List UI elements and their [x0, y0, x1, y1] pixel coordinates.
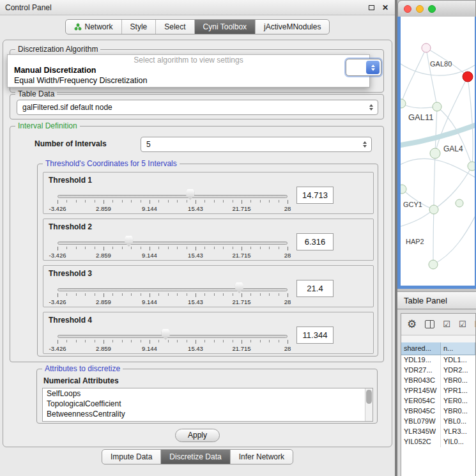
list-scrollbar-thumb[interactable]	[366, 390, 372, 404]
threshold-slider[interactable]: -3.4262.8599.14415.4321.71528	[58, 280, 288, 307]
popup-item-equal-width-frequency[interactable]: Equal Width/Frequency Discretization	[8, 76, 369, 86]
apply-button[interactable]: Apply	[175, 429, 220, 442]
table-cell[interactable]: YIL052C	[401, 437, 441, 447]
network-node-label: GAL80	[430, 60, 452, 68]
threshold-value-field[interactable]: 11.344	[296, 326, 334, 344]
tab-label: Impute Data	[111, 452, 152, 461]
table-row[interactable]: YBR045CYBR0...	[401, 406, 475, 417]
tab-cyni-toolbox[interactable]: Cyni Toolbox	[195, 20, 256, 34]
columns-icon[interactable]	[425, 320, 434, 328]
tab-infer-network[interactable]: Infer Network	[231, 450, 293, 464]
close-button[interactable]: ✕	[381, 3, 390, 12]
slider-thumb[interactable]	[186, 189, 194, 200]
slider-track[interactable]	[58, 242, 288, 245]
slider-tick	[223, 247, 224, 249]
checkbox-icon[interactable]: ☑	[475, 320, 475, 328]
slider-thumb[interactable]	[235, 282, 243, 293]
tab-network[interactable]: Network	[66, 20, 122, 34]
network-node[interactable]	[468, 162, 475, 171]
table-cell[interactable]: YER054C	[401, 396, 441, 406]
slider-thumb[interactable]	[162, 329, 170, 340]
table-cell[interactable]: YBR0...	[441, 406, 475, 417]
column-header-name[interactable]: n...	[441, 342, 475, 355]
table-row[interactable]: YLR345WYLR3...	[401, 427, 475, 437]
table-row[interactable]: YBL079WYBL0...	[401, 417, 475, 427]
network-node[interactable]	[401, 185, 406, 194]
table-cell[interactable]: YBR0...	[441, 376, 475, 386]
tab-impute-data[interactable]: Impute Data	[102, 450, 161, 464]
table-data-combobox[interactable]: galFiltered.sif default node	[17, 100, 378, 115]
zoom-traffic-light[interactable]	[428, 5, 436, 13]
slider-tick	[122, 293, 123, 296]
slider-tick	[66, 340, 67, 342]
network-node[interactable]	[430, 148, 440, 158]
slider-tick	[269, 293, 270, 296]
slider-scale-label: 9.144	[142, 205, 157, 212]
algorithm-combobox[interactable]	[346, 59, 381, 76]
table-cell[interactable]: YBR045C	[401, 406, 441, 417]
table-cell[interactable]: YER0...	[441, 396, 475, 406]
threshold-slider[interactable]: -3.4262.8599.14415.4321.71528	[58, 187, 288, 213]
undock-button[interactable]	[367, 3, 376, 12]
table-cell[interactable]: YLR345W	[401, 427, 441, 437]
network-node[interactable]	[422, 43, 431, 52]
checkbox-icon[interactable]: ☑	[443, 320, 450, 328]
thresholds-group-title: Threshold's Coordinates for 5 Intervals	[43, 159, 180, 168]
top-tabs-segmented: Network Style Select Cyni Toolbox	[65, 19, 330, 35]
slider-track[interactable]	[58, 288, 288, 291]
network-node[interactable]	[429, 260, 438, 269]
tab-label: Infer Network	[239, 452, 284, 461]
table-cell[interactable]: YDL19...	[401, 355, 441, 365]
num-intervals-spinner[interactable]: 5	[141, 137, 372, 152]
slider-tick	[279, 293, 279, 296]
table-cell[interactable]: YLR3...	[441, 427, 475, 437]
network-node[interactable]	[456, 199, 463, 207]
network-node[interactable]	[401, 99, 406, 108]
table-row[interactable]: YPR145WYPR1...	[401, 386, 475, 396]
table-cell[interactable]: YPR145W	[401, 386, 441, 396]
minimize-traffic-light[interactable]	[416, 5, 424, 13]
close-traffic-light[interactable]	[404, 5, 411, 13]
table-cell[interactable]: YDR2...	[441, 365, 475, 376]
slider-scale: -3.4262.8599.14415.4321.71528	[58, 252, 288, 259]
table-row[interactable]: YDL19...YDL1...	[401, 355, 475, 365]
checkbox-icon[interactable]: ☑	[459, 320, 466, 328]
threshold-slider[interactable]: -3.4262.8599.14415.4321.71528	[58, 233, 288, 260]
network-node[interactable]	[433, 102, 441, 111]
table-cell[interactable]: YBR043C	[401, 376, 441, 386]
table-cell[interactable]: YBL079W	[401, 417, 441, 427]
table-row[interactable]: YDR27...YDR2...	[401, 365, 475, 376]
table-row[interactable]: YIL052CYIL0...	[401, 437, 475, 447]
threshold-slider[interactable]: -3.4262.8599.14415.4321.71528	[58, 326, 288, 353]
network-edge	[433, 210, 475, 265]
list-scrollbar[interactable]	[365, 388, 372, 421]
network-node[interactable]	[463, 72, 473, 82]
table-cell[interactable]: YPR1...	[441, 386, 475, 396]
threshold-value-field[interactable]: 14.713	[296, 187, 334, 204]
table-cell[interactable]: YBL0...	[441, 417, 475, 427]
gear-icon[interactable]: ⚙	[407, 319, 417, 330]
table-row[interactable]: YBR043CYBR0...	[401, 376, 475, 386]
network-node[interactable]	[429, 205, 438, 214]
column-header-shared-name[interactable]: shared...	[401, 342, 441, 355]
network-canvas[interactable]: GAL80GAL11GAL4GCY1HAP2	[397, 17, 476, 289]
popup-item-manual-discretization[interactable]: Manual Discretization	[8, 66, 369, 76]
threshold-value-field[interactable]: 21.4	[296, 280, 334, 297]
tab-style[interactable]: Style	[122, 20, 157, 34]
table-cell[interactable]: YDR27...	[401, 365, 441, 376]
slider-scale-label: 15.43	[188, 298, 203, 305]
tab-jactivemnodules[interactable]: jActiveMNodules	[256, 20, 329, 34]
table-cell[interactable]: YIL0...	[441, 437, 475, 447]
list-item[interactable]: SelfLoops	[43, 388, 372, 399]
tab-select[interactable]: Select	[156, 20, 194, 34]
table-row[interactable]: YER054CYER0...	[401, 396, 475, 406]
threshold-value-field[interactable]: 6.316	[296, 233, 334, 250]
list-item[interactable]: BetweennessCentrality	[43, 409, 372, 419]
slider-track[interactable]	[58, 335, 288, 338]
list-item[interactable]: TopologicalCoefficient	[43, 399, 372, 409]
numerical-attributes-list[interactable]: SelfLoopsTopologicalCoefficientBetweenne…	[42, 388, 373, 422]
tab-discretize-data[interactable]: Discretize Data	[161, 450, 230, 464]
table-cell[interactable]: YDL1...	[441, 355, 475, 365]
slider-thumb[interactable]	[125, 236, 133, 247]
slider-track[interactable]	[58, 195, 288, 198]
